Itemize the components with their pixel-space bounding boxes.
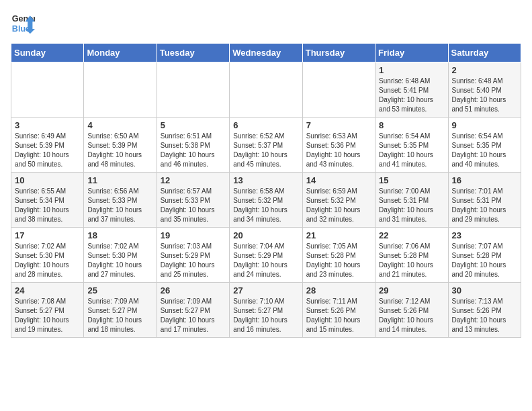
weekday-header-thursday: Thursday xyxy=(302,44,375,62)
cell-info: Sunrise: 7:03 AMSunset: 5:29 PMDaylight:… xyxy=(161,242,226,279)
cell-info: Sunrise: 6:59 AMSunset: 5:32 PMDaylight:… xyxy=(306,187,371,224)
cell-info: Sunrise: 6:54 AMSunset: 5:35 PMDaylight:… xyxy=(379,132,444,169)
cell-info: Sunrise: 7:09 AMSunset: 5:27 PMDaylight:… xyxy=(161,297,226,334)
calendar-cell: 29Sunrise: 7:12 AMSunset: 5:26 PMDayligh… xyxy=(375,283,448,338)
cell-info: Sunrise: 7:04 AMSunset: 5:29 PMDaylight:… xyxy=(233,242,298,279)
cell-info: Sunrise: 6:58 AMSunset: 5:32 PMDaylight:… xyxy=(233,187,298,224)
calendar-cell: 13Sunrise: 6:58 AMSunset: 5:32 PMDayligh… xyxy=(230,173,302,228)
cell-info: Sunrise: 7:02 AMSunset: 5:30 PMDaylight:… xyxy=(87,242,152,279)
calendar-cell: 21Sunrise: 7:05 AMSunset: 5:28 PMDayligh… xyxy=(302,228,375,283)
cell-info: Sunrise: 7:01 AMSunset: 5:31 PMDaylight:… xyxy=(452,187,517,224)
cell-info: Sunrise: 6:49 AMSunset: 5:39 PMDaylight:… xyxy=(15,132,80,169)
day-number: 29 xyxy=(379,285,444,295)
day-number: 7 xyxy=(306,120,371,130)
calendar-cell: 12Sunrise: 6:57 AMSunset: 5:33 PMDayligh… xyxy=(157,173,229,228)
svg-text:Blue: Blue xyxy=(12,24,30,34)
calendar-header: SundayMondayTuesdayWednesdayThursdayFrid… xyxy=(11,44,521,62)
calendar-cell: 20Sunrise: 7:04 AMSunset: 5:29 PMDayligh… xyxy=(230,228,302,283)
cell-info: Sunrise: 7:11 AMSunset: 5:26 PMDaylight:… xyxy=(306,297,371,334)
calendar-cell: 4Sunrise: 6:50 AMSunset: 5:39 PMDaylight… xyxy=(84,118,157,173)
cell-info: Sunrise: 6:48 AMSunset: 5:41 PMDaylight:… xyxy=(379,77,444,114)
cell-info: Sunrise: 7:10 AMSunset: 5:27 PMDaylight:… xyxy=(233,297,298,334)
cell-info: Sunrise: 7:13 AMSunset: 5:26 PMDaylight:… xyxy=(452,297,517,334)
week-row-5: 24Sunrise: 7:08 AMSunset: 5:27 PMDayligh… xyxy=(11,283,521,338)
calendar-cell: 22Sunrise: 7:06 AMSunset: 5:28 PMDayligh… xyxy=(375,228,448,283)
weekday-header-wednesday: Wednesday xyxy=(230,44,302,62)
cell-info: Sunrise: 6:54 AMSunset: 5:35 PMDaylight:… xyxy=(452,132,517,169)
weekday-header-friday: Friday xyxy=(375,44,448,62)
calendar-cell: 25Sunrise: 7:09 AMSunset: 5:27 PMDayligh… xyxy=(84,283,157,338)
calendar-cell xyxy=(84,62,157,118)
cell-info: Sunrise: 7:09 AMSunset: 5:27 PMDaylight:… xyxy=(87,297,152,334)
calendar-cell: 10Sunrise: 6:55 AMSunset: 5:34 PMDayligh… xyxy=(11,173,84,228)
day-number: 14 xyxy=(306,175,371,185)
day-number: 23 xyxy=(452,230,517,240)
day-number: 18 xyxy=(87,230,152,240)
cell-info: Sunrise: 7:00 AMSunset: 5:31 PMDaylight:… xyxy=(379,187,444,224)
day-number: 28 xyxy=(306,285,371,295)
week-row-3: 10Sunrise: 6:55 AMSunset: 5:34 PMDayligh… xyxy=(11,173,521,228)
weekday-header-saturday: Saturday xyxy=(448,44,521,62)
day-number: 9 xyxy=(452,120,517,130)
day-number: 25 xyxy=(87,285,152,295)
week-row-4: 17Sunrise: 7:02 AMSunset: 5:30 PMDayligh… xyxy=(11,228,521,283)
week-row-2: 3Sunrise: 6:49 AMSunset: 5:39 PMDaylight… xyxy=(11,118,521,173)
calendar-cell: 19Sunrise: 7:03 AMSunset: 5:29 PMDayligh… xyxy=(157,228,229,283)
calendar-cell: 24Sunrise: 7:08 AMSunset: 5:27 PMDayligh… xyxy=(11,283,84,338)
calendar-cell xyxy=(157,62,229,118)
calendar-cell: 15Sunrise: 7:00 AMSunset: 5:31 PMDayligh… xyxy=(375,173,448,228)
cell-info: Sunrise: 6:55 AMSunset: 5:34 PMDaylight:… xyxy=(15,187,80,224)
calendar-cell xyxy=(230,62,302,118)
cell-info: Sunrise: 6:50 AMSunset: 5:39 PMDaylight:… xyxy=(87,132,152,169)
week-row-1: 1Sunrise: 6:48 AMSunset: 5:41 PMDaylight… xyxy=(11,62,521,118)
cell-info: Sunrise: 7:06 AMSunset: 5:28 PMDaylight:… xyxy=(379,242,444,279)
day-number: 16 xyxy=(452,175,517,185)
cell-info: Sunrise: 7:02 AMSunset: 5:30 PMDaylight:… xyxy=(15,242,80,279)
day-number: 15 xyxy=(379,175,444,185)
cell-info: Sunrise: 6:56 AMSunset: 5:33 PMDaylight:… xyxy=(87,187,152,224)
cell-info: Sunrise: 7:12 AMSunset: 5:26 PMDaylight:… xyxy=(379,297,444,334)
cell-info: Sunrise: 7:07 AMSunset: 5:28 PMDaylight:… xyxy=(452,242,517,279)
calendar-table: SundayMondayTuesdayWednesdayThursdayFrid… xyxy=(11,43,521,338)
day-number: 20 xyxy=(233,230,298,240)
day-number: 22 xyxy=(379,230,444,240)
cell-info: Sunrise: 6:51 AMSunset: 5:38 PMDaylight:… xyxy=(161,132,226,169)
day-number: 17 xyxy=(15,230,80,240)
calendar-cell: 2Sunrise: 6:48 AMSunset: 5:40 PMDaylight… xyxy=(448,62,521,118)
calendar-cell: 11Sunrise: 6:56 AMSunset: 5:33 PMDayligh… xyxy=(84,173,157,228)
calendar-cell: 16Sunrise: 7:01 AMSunset: 5:31 PMDayligh… xyxy=(448,173,521,228)
calendar-cell xyxy=(302,62,375,118)
day-number: 13 xyxy=(233,175,298,185)
calendar-cell: 5Sunrise: 6:51 AMSunset: 5:38 PMDaylight… xyxy=(157,118,229,173)
day-number: 27 xyxy=(233,285,298,295)
day-number: 10 xyxy=(15,175,80,185)
calendar-cell: 3Sunrise: 6:49 AMSunset: 5:39 PMDaylight… xyxy=(11,118,84,173)
day-number: 12 xyxy=(161,175,226,185)
weekday-header-row: SundayMondayTuesdayWednesdayThursdayFrid… xyxy=(11,44,521,62)
calendar-cell: 23Sunrise: 7:07 AMSunset: 5:28 PMDayligh… xyxy=(448,228,521,283)
weekday-header-monday: Monday xyxy=(84,44,157,62)
day-number: 4 xyxy=(87,120,152,130)
page-header: General Blue xyxy=(11,11,521,35)
logo: General Blue xyxy=(11,11,35,35)
day-number: 21 xyxy=(306,230,371,240)
cell-info: Sunrise: 6:52 AMSunset: 5:37 PMDaylight:… xyxy=(233,132,298,169)
calendar-cell: 27Sunrise: 7:10 AMSunset: 5:27 PMDayligh… xyxy=(230,283,302,338)
calendar-cell: 8Sunrise: 6:54 AMSunset: 5:35 PMDaylight… xyxy=(375,118,448,173)
weekday-header-tuesday: Tuesday xyxy=(157,44,229,62)
calendar-cell: 7Sunrise: 6:53 AMSunset: 5:36 PMDaylight… xyxy=(302,118,375,173)
cell-info: Sunrise: 6:53 AMSunset: 5:36 PMDaylight:… xyxy=(306,132,371,169)
calendar-cell: 1Sunrise: 6:48 AMSunset: 5:41 PMDaylight… xyxy=(375,62,448,118)
calendar-cell xyxy=(11,62,84,118)
calendar-cell: 18Sunrise: 7:02 AMSunset: 5:30 PMDayligh… xyxy=(84,228,157,283)
calendar-cell: 30Sunrise: 7:13 AMSunset: 5:26 PMDayligh… xyxy=(448,283,521,338)
weekday-header-sunday: Sunday xyxy=(11,44,84,62)
calendar-cell: 28Sunrise: 7:11 AMSunset: 5:26 PMDayligh… xyxy=(302,283,375,338)
day-number: 3 xyxy=(15,120,80,130)
calendar-cell: 6Sunrise: 6:52 AMSunset: 5:37 PMDaylight… xyxy=(230,118,302,173)
day-number: 1 xyxy=(379,65,444,75)
logo-icon: General Blue xyxy=(11,11,35,35)
calendar-cell: 14Sunrise: 6:59 AMSunset: 5:32 PMDayligh… xyxy=(302,173,375,228)
cell-info: Sunrise: 6:48 AMSunset: 5:40 PMDaylight:… xyxy=(452,77,517,114)
cell-info: Sunrise: 7:05 AMSunset: 5:28 PMDaylight:… xyxy=(306,242,371,279)
